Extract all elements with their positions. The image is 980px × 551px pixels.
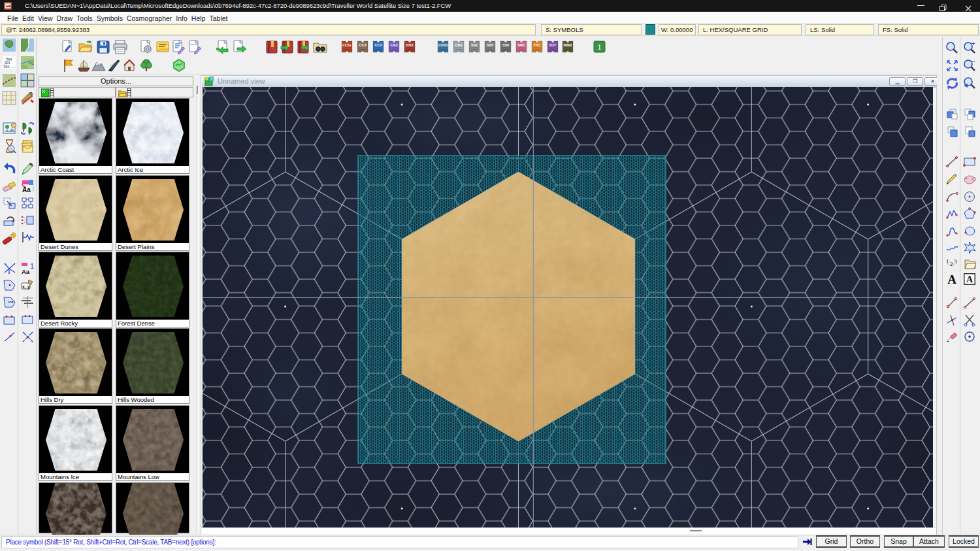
svg-text:CC3: CC3 [375, 43, 382, 47]
svg-text:990: 990 [4, 65, 10, 69]
svg-text:DD3: DD3 [406, 43, 414, 47]
svg-text:3: 3 [954, 258, 957, 265]
svg-text:SMC: SMC [517, 43, 525, 47]
svg-text:Aa: Aa [22, 186, 31, 193]
svg-text:TTC: TTC [534, 43, 541, 47]
svg-text:+: + [972, 41, 975, 47]
svg-text:Aa: Aa [22, 268, 30, 275]
svg-text:CC3: CC3 [359, 43, 367, 47]
svg-text:x, y: x, y [22, 284, 30, 290]
svg-text:A: A [966, 275, 973, 284]
svg-text:1: 1 [946, 258, 949, 265]
svg-text:WW2: WW2 [563, 43, 572, 47]
svg-text:COS3: COS3 [438, 43, 448, 47]
svg-text:SS1: SS1 [471, 43, 478, 47]
svg-text:DJT: DJT [549, 43, 557, 47]
svg-text:1: 1 [30, 262, 34, 270]
svg-text:CC3+: CC3+ [342, 43, 351, 47]
svg-text:1: 1 [597, 42, 602, 52]
svg-text:A: A [947, 273, 956, 286]
svg-text:2: 2 [950, 261, 953, 267]
svg-text:CD3: CD3 [455, 43, 463, 47]
svg-text:CA3: CA3 [391, 43, 398, 47]
svg-text:SS5: SS5 [487, 43, 493, 47]
svg-text:SS6: SS6 [502, 43, 509, 47]
svg-text:−: − [972, 58, 975, 65]
